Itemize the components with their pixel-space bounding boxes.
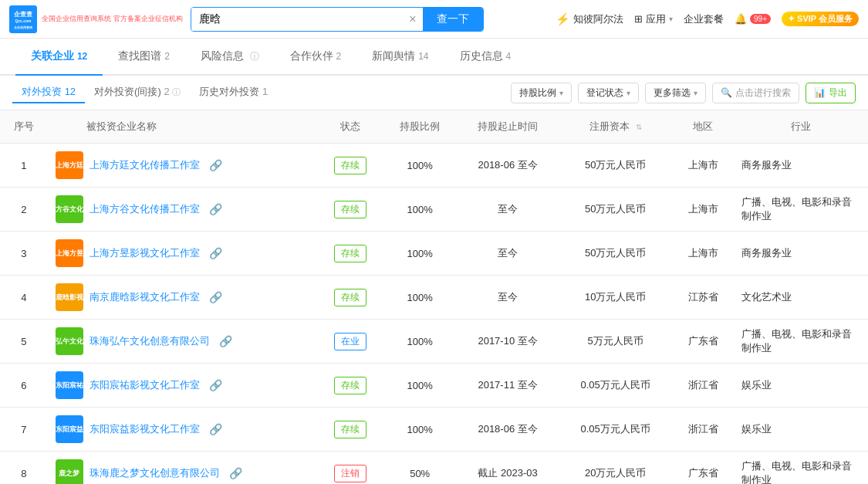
cell-shareholding: 100% xyxy=(383,188,458,232)
status-badge: 存续 xyxy=(334,157,366,174)
company-detail-icon[interactable]: 🔗 xyxy=(209,291,222,303)
cell-company-name: 上海方昱 上海方昱影视文化工作室 🔗 xyxy=(48,232,319,276)
company-name-link[interactable]: 珠海弘午文化创意有限公司 xyxy=(90,334,210,348)
company-detail-icon[interactable]: 🔗 xyxy=(209,159,222,171)
table-row: 4 鹿晗影视 南京鹿晗影视文化工作室 🔗 存续 100% 至今 10万元人民币 … xyxy=(0,276,868,320)
investment-table: 序号 被投资企业名称 状态 持股比例 持股起止时间 注册资本 ⇅ 地区 行业 1… xyxy=(0,110,868,484)
company-detail-icon[interactable]: 🔗 xyxy=(209,379,222,391)
cell-status: 存续 xyxy=(319,232,383,276)
app-action[interactable]: ⊞ 应用 ▾ xyxy=(634,12,673,26)
cell-status: 注销 xyxy=(319,452,383,485)
cell-index: 7 xyxy=(0,408,48,452)
table-row: 6 东阳宸祐 东阳宸祐影视文化工作室 🔗 存续 100% 2017-11 至今 … xyxy=(0,364,868,408)
tab-news[interactable]: 新闻舆情 14 xyxy=(356,39,444,74)
company-name-link[interactable]: 东阳宸益影视文化工作室 xyxy=(90,422,200,436)
cell-status: 存续 xyxy=(319,364,383,408)
cell-company-name: 东阳宸益 东阳宸益影视文化工作室 🔗 xyxy=(48,408,319,452)
col-date-range: 持股起止时间 xyxy=(457,110,558,144)
company-detail-icon[interactable]: 🔗 xyxy=(209,203,222,215)
shareholding-filter[interactable]: 持股比例 ▾ xyxy=(511,83,572,103)
cell-company-name: 鹿之梦 珠海鹿之梦文化创意有限公司 🔗 xyxy=(48,452,319,485)
company-logo: 东阳宸益 xyxy=(56,415,83,443)
table-header-row: 序号 被投资企业名称 状态 持股比例 持股起止时间 注册资本 ⇅ 地区 行业 xyxy=(0,110,868,144)
cell-industry: 商务服务业 xyxy=(734,232,868,276)
status-badge: 存续 xyxy=(334,421,366,438)
cell-date-range: 至今 xyxy=(457,188,558,232)
cell-shareholding: 100% xyxy=(383,232,458,276)
app-arrow-icon: ▾ xyxy=(669,15,673,23)
company-detail-icon[interactable]: 🔗 xyxy=(209,423,222,435)
search-clear-icon[interactable]: × xyxy=(403,12,422,26)
ai-label: 知彼阿尔法 xyxy=(573,12,623,26)
ai-icon: ⚡ xyxy=(556,12,570,26)
export-icon: 📊 xyxy=(814,87,826,98)
cell-region: 上海市 xyxy=(673,188,734,232)
more-filter[interactable]: 更多筛选 ▾ xyxy=(645,83,706,103)
company-name-link[interactable]: 东阳宸祐影视文化工作室 xyxy=(90,378,200,392)
company-name-link[interactable]: 上海方廷文化传播工作室 xyxy=(90,158,200,172)
ai-action[interactable]: ⚡ 知彼阿尔法 xyxy=(556,12,623,26)
company-name-link[interactable]: 珠海鹿之梦文化创意有限公司 xyxy=(90,466,220,480)
cell-industry: 商务服务业 xyxy=(734,144,868,188)
company-detail-icon[interactable]: 🔗 xyxy=(219,335,232,347)
search-button[interactable]: 查一下 xyxy=(423,8,483,31)
company-name-link[interactable]: 上海方谷文化传播工作室 xyxy=(90,202,200,216)
sub-tab-investment-indirect[interactable]: 对外投资(间接) 2 ⓘ xyxy=(85,82,190,103)
company-detail-icon[interactable]: 🔗 xyxy=(209,247,222,259)
tab-partners[interactable]: 合作伙伴 2 xyxy=(275,39,357,74)
notification-action[interactable]: 🔔 99+ xyxy=(735,13,771,25)
status-badge: 存续 xyxy=(334,289,366,306)
cell-index: 8 xyxy=(0,452,48,485)
export-button[interactable]: 📊 导出 xyxy=(806,83,856,103)
tab-risk[interactable]: 风险信息 ⓘ xyxy=(185,39,275,74)
cell-capital: 20万元人民币 xyxy=(559,452,673,485)
cell-status: 存续 xyxy=(319,408,383,452)
logo-area: 企查查 Qcc.com 企业信用查询 全国企业信用查询系统 官方备案企业征信机构 xyxy=(9,5,183,33)
company-name-link[interactable]: 上海方昱影视文化工作室 xyxy=(90,246,200,260)
cell-date-range: 截止 2023-03 xyxy=(457,452,558,485)
status-badge: 注销 xyxy=(334,465,366,482)
cell-shareholding: 50% xyxy=(383,452,458,485)
tab-history[interactable]: 历史信息 4 xyxy=(444,39,527,74)
registration-filter[interactable]: 登记状态 ▾ xyxy=(578,83,639,103)
table-row: 1 上海方廷 上海方廷文化传播工作室 🔗 存续 100% 2018-06 至今 … xyxy=(0,144,868,188)
cell-status: 在业 xyxy=(319,320,383,364)
sub-tab-investment-direct[interactable]: 对外投资 12 xyxy=(12,82,85,103)
cell-status: 存续 xyxy=(319,276,383,320)
cell-company-name: 鹿晗影视 南京鹿晗影视文化工作室 🔗 xyxy=(48,276,319,320)
table-row: 5 弘午文化 珠海弘午文化创意有限公司 🔗 在业 100% 2017-10 至今… xyxy=(0,320,868,364)
sub-tab-investment-history[interactable]: 历史对外投资 1 xyxy=(190,82,277,103)
status-badge: 存续 xyxy=(334,201,366,218)
registration-arrow-icon: ▾ xyxy=(627,89,630,97)
app-icon: ⊞ xyxy=(634,13,643,25)
enterprise-label: 企业套餐 xyxy=(684,12,724,26)
svg-text:Qcc.com: Qcc.com xyxy=(15,19,32,23)
cell-region: 广东省 xyxy=(673,452,734,485)
svip-badge[interactable]: ✦ SVIP 会员服务 xyxy=(782,12,859,26)
cell-capital: 50万元人民币 xyxy=(559,188,673,232)
cell-capital: 10万元人民币 xyxy=(559,276,673,320)
nav-tabs: 关联企业 12 查找图谱 2 风险信息 ⓘ 合作伙伴 2 新闻舆情 14 历史信… xyxy=(0,39,868,76)
cell-company-name: 上海方廷 上海方廷文化传播工作室 🔗 xyxy=(48,144,319,188)
tab-related-companies[interactable]: 关联企业 12 xyxy=(15,39,103,74)
cell-industry: 娱乐业 xyxy=(734,364,868,408)
search-icon: 🔍 xyxy=(721,87,732,98)
cell-index: 2 xyxy=(0,188,48,232)
company-name-link[interactable]: 南京鹿晗影视文化工作室 xyxy=(90,290,200,304)
cell-shareholding: 100% xyxy=(383,320,458,364)
cell-index: 4 xyxy=(0,276,48,320)
col-shareholding: 持股比例 xyxy=(383,110,458,144)
table-search[interactable]: 🔍 点击进行搜索 xyxy=(712,83,799,103)
cell-region: 上海市 xyxy=(673,144,734,188)
tab-chart[interactable]: 查找图谱 2 xyxy=(103,39,185,74)
search-input[interactable] xyxy=(191,8,404,31)
capital-sort-icon[interactable]: ⇅ xyxy=(636,123,642,131)
cell-date-range: 至今 xyxy=(457,232,558,276)
table-row: 3 上海方昱 上海方昱影视文化工作室 🔗 存续 100% 至今 50万元人民币 … xyxy=(0,232,868,276)
cell-industry: 广播、电视、电影和录音制作业 xyxy=(734,320,868,364)
cell-industry: 娱乐业 xyxy=(734,408,868,452)
col-capital: 注册资本 ⇅ xyxy=(559,110,673,144)
company-detail-icon[interactable]: 🔗 xyxy=(229,467,242,479)
enterprise-action[interactable]: 企业套餐 xyxy=(684,12,724,26)
status-badge: 在业 xyxy=(334,333,366,350)
